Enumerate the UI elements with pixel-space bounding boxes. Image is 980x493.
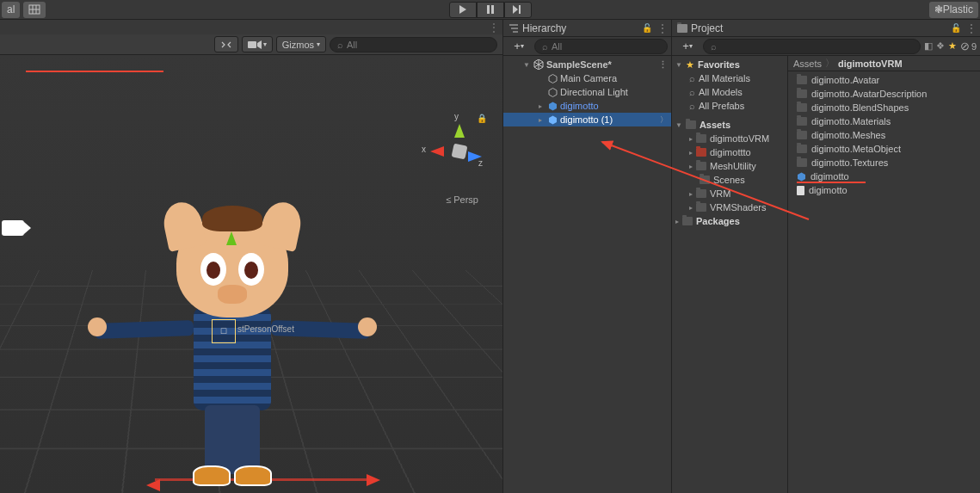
folder-icon	[682, 217, 693, 225]
folder-icon	[797, 89, 807, 98]
favorite-filter-icon[interactable]: ★	[948, 40, 957, 52]
star-icon: ★	[686, 59, 694, 71]
assets-header[interactable]: ▼ Assets	[672, 118, 787, 132]
panel-menu-icon[interactable]: ⋮	[966, 22, 975, 34]
hierarchy-item-digimotto-1[interactable]: ▸ digimotto (1) 〉	[503, 113, 671, 126]
camera-icon[interactable]: ▾	[242, 36, 273, 52]
folder-vrmshaders[interactable]: ▸VRMShaders	[672, 200, 787, 214]
favorite-all-materials[interactable]: ⌕All Materials	[672, 71, 787, 85]
asset-file-digimotto[interactable]: digimotto	[788, 183, 980, 197]
breadcrumb-item[interactable]: digimottoVRM	[838, 59, 903, 69]
panel-menu-icon[interactable]: ⋮	[489, 22, 497, 34]
unity-scene-icon	[533, 59, 545, 70]
asset-folder[interactable]: digimotto.AvatarDescription	[788, 87, 980, 101]
playback-controls	[449, 2, 532, 18]
hierarchy-search-input[interactable]: ⌕ All	[534, 39, 668, 54]
folder-digimottto[interactable]: ▸digimottto	[672, 145, 787, 159]
annotation-underline	[797, 182, 866, 183]
filter-icon[interactable]: ◧	[924, 40, 933, 52]
play-button[interactable]	[449, 2, 477, 18]
svg-marker-21	[549, 116, 557, 125]
search-icon: ⌕	[337, 40, 343, 50]
packages-header[interactable]: ▸ Packages	[672, 214, 787, 228]
first-person-offset-gizmo[interactable]: ☐	[212, 319, 236, 343]
scene-row[interactable]: ▼ SampleScene* ⋮	[503, 58, 671, 71]
pause-button[interactable]	[477, 2, 504, 18]
perspective-label[interactable]: Persp	[446, 194, 478, 205]
folder-digimottovrm[interactable]: ▸digimottoVRM	[672, 132, 787, 145]
hidden-count[interactable]: ⊘ 9	[960, 40, 977, 52]
character-model[interactable]: ☐ stPersonOffset	[103, 206, 361, 493]
axis-y-arrow[interactable]	[226, 231, 237, 245]
folder-icon	[797, 76, 807, 84]
orientation-gizmo[interactable]: y x z	[434, 126, 485, 177]
svg-marker-20	[549, 102, 557, 111]
item-label: Directional Light	[560, 87, 628, 97]
scene-panel: ⋮ ▾ Gizmos ▾ ⌕ All	[0, 20, 502, 493]
scene-viewport[interactable]: ☐ stPersonOffset 🔒 y x z Persp	[0, 55, 502, 493]
asset-folder[interactable]: digimotto.Avatar	[788, 73, 980, 87]
gizmos-label: Gizmos	[282, 40, 314, 50]
folder-icon	[696, 189, 706, 198]
favorites-header[interactable]: ▼ ★ Favorites	[672, 58, 787, 71]
camera-gizmo-icon	[2, 220, 24, 236]
asset-folder[interactable]: digimotto.MetaObject	[788, 142, 980, 156]
favorite-label: All Prefabs	[699, 101, 744, 111]
hierarchy-icon	[508, 23, 519, 34]
plastic-scm-button[interactable]: ❃ Plastic	[929, 2, 978, 18]
chevron-right-icon: 〉	[825, 57, 835, 70]
favorite-all-prefabs[interactable]: ⌕All Prefabs	[672, 99, 787, 113]
scene-menu-icon[interactable]: ⋮	[658, 59, 668, 71]
prefab-icon	[546, 115, 558, 124]
project-tab[interactable]: Project	[677, 22, 723, 34]
project-search-input[interactable]: ⌕	[703, 39, 921, 54]
create-asset-button[interactable]: + ▾	[675, 39, 700, 54]
panel-menu-icon[interactable]: ⋮	[657, 22, 666, 34]
main-toolbar: al ❃ Plastic	[0, 0, 980, 20]
folder-vrm[interactable]: ▸VRM	[672, 187, 787, 200]
filter-type-icon[interactable]: ❖	[936, 40, 945, 52]
annotation-underline	[26, 71, 163, 72]
favorite-all-models[interactable]: ⌕All Models	[672, 85, 787, 99]
open-prefab-icon[interactable]: 〉	[660, 114, 668, 126]
hierarchy-title: Hierarchy	[522, 22, 566, 34]
folder-icon	[696, 148, 706, 157]
grid-snap-button[interactable]	[23, 2, 46, 18]
step-button[interactable]	[504, 2, 532, 18]
hierarchy-panel: Hierarchy 🔓 ⋮ + ▾ ⌕ All ▼ SampleScene* ⋮	[502, 20, 671, 493]
svg-rect-6	[491, 5, 494, 14]
svg-marker-4	[459, 5, 466, 14]
asset-folder[interactable]: digimotto.Materials	[788, 114, 980, 128]
breadcrumb-item[interactable]: Assets	[793, 59, 822, 69]
asset-folder[interactable]: digimotto.BlendShapes	[788, 101, 980, 114]
item-label: Main Camera	[560, 73, 617, 83]
assets-label: Assets	[700, 120, 730, 130]
hierarchy-item-main-camera[interactable]: Main Camera	[503, 71, 671, 85]
search-icon: ⌕	[711, 41, 717, 52]
svg-rect-5	[487, 5, 490, 14]
scene-toolbar: ▾ Gizmos ▾ ⌕ All	[0, 34, 502, 55]
axis-neg-x-arrow[interactable]	[146, 479, 160, 491]
hierarchy-item-directional-light[interactable]: Directional Light	[503, 85, 671, 99]
lock-icon[interactable]: 🔓	[951, 23, 961, 33]
asset-folder[interactable]: digimotto.Textures	[788, 156, 980, 169]
folder-scenes[interactable]: Scenes	[672, 173, 787, 187]
asset-folder[interactable]: digimotto.Meshes	[788, 128, 980, 142]
tools-icon[interactable]	[214, 36, 238, 52]
favorites-label: Favorites	[698, 59, 740, 70]
asset-label: digimotto.BlendShapes	[811, 102, 909, 113]
scene-search-input[interactable]: ⌕ All	[330, 37, 497, 52]
lock-icon[interactable]: 🔓	[642, 23, 652, 33]
axis-x-arrow[interactable]	[367, 474, 380, 486]
gizmos-dropdown[interactable]: Gizmos ▾	[276, 36, 326, 52]
folder-label: digimottoVRM	[710, 133, 769, 144]
hidden-count-value: 9	[971, 41, 977, 52]
hierarchy-item-digimotto[interactable]: ▸ digimotto	[503, 99, 671, 113]
svg-marker-10	[257, 40, 262, 49]
folder-icon	[797, 145, 807, 153]
hierarchy-tab[interactable]: Hierarchy	[508, 22, 566, 34]
axis-x-label: x	[422, 145, 426, 154]
lock-icon[interactable]: 🔒	[477, 114, 487, 123]
folder-meshutility[interactable]: ▸MeshUtility	[672, 159, 787, 173]
create-button[interactable]: + ▾	[507, 39, 531, 54]
